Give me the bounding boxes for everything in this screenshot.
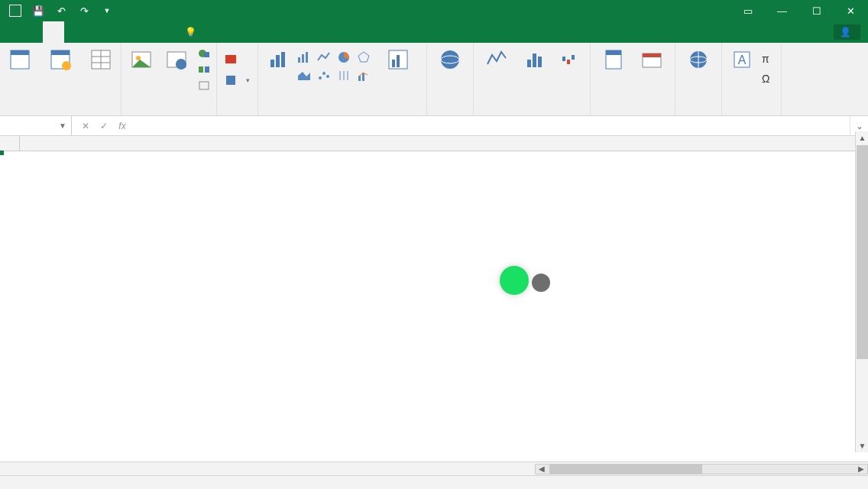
tutorial-step-badge [532,274,550,292]
svg-rect-3 [11,50,29,55]
svg-rect-5 [51,50,70,55]
svg-rect-44 [527,60,531,67]
svg-rect-48 [567,60,570,64]
chart-stock-icon[interactable] [335,67,353,84]
group-label-filters [595,112,670,114]
chart-scatter-icon[interactable] [315,67,333,84]
screenshot-icon[interactable] [196,78,212,93]
svg-rect-26 [302,54,304,63]
bulb-icon: 💡 [185,27,196,37]
svg-text:A: A [738,53,747,66]
sparkline-bar-button[interactable] [517,46,553,76]
tab-file[interactable] [0,21,21,43]
name-box[interactable]: ▼ [0,116,72,135]
svg-marker-29 [358,52,369,62]
horizontal-scroll-row: ◀ ▶ [0,461,868,475]
svg-rect-22 [270,60,274,67]
symbol-button[interactable]: Ω [759,70,776,87]
chart-pie-icon[interactable] [335,49,353,66]
horizontal-scrollbar[interactable]: ◀ ▶ [535,464,868,474]
qat-dropdown-icon[interactable]: ▼ [96,2,118,20]
svg-rect-18 [205,66,209,73]
tell-me[interactable]: 💡 [171,21,201,43]
chart-radar-icon[interactable] [355,49,373,66]
svg-rect-20 [225,55,236,63]
status-bar [0,475,868,489]
svg-rect-1 [10,5,21,16]
ribbon-tabs: 💡 👤 [0,21,868,43]
3d-map-button[interactable] [432,46,468,76]
svg-rect-16 [204,52,209,57]
minimize-icon[interactable]: — [765,0,799,21]
online-picture-button[interactable] [158,46,195,76]
tab-layout[interactable] [64,21,86,43]
text-button[interactable]: A [727,46,757,76]
sparkline-winloss-button[interactable] [555,46,585,76]
chart-combo-icon[interactable] [355,67,373,84]
my-addins-button[interactable]: ▾ [222,72,253,89]
ribbon: ▾ [0,43,868,116]
svg-rect-53 [643,53,661,57]
picture-button[interactable] [126,46,157,76]
svg-rect-49 [572,55,575,60]
timeline-button[interactable] [633,46,670,76]
group-label-symbols [727,112,776,114]
table-button[interactable] [86,46,116,76]
pivot-table-button[interactable] [5,46,35,76]
equation-button[interactable]: π [759,50,776,67]
group-label-charts [263,112,422,114]
svg-rect-47 [562,57,565,61]
shapes-icon[interactable] [196,46,212,61]
slicer-button[interactable] [595,46,632,76]
group-label-links [680,112,717,114]
sparkline-line-button[interactable] [478,46,515,76]
formula-input[interactable] [136,116,850,135]
hyperlink-button[interactable] [680,46,717,76]
formula-bar: ▼ ✕ ✓ fx ⌄ [0,116,868,136]
smartart-icon[interactable] [196,62,212,77]
tab-data[interactable] [107,21,128,43]
svg-point-6 [62,61,71,70]
active-cell-outline [0,151,3,154]
tab-home[interactable] [21,21,43,43]
svg-rect-40 [392,60,395,67]
app-store-button[interactable] [222,50,253,67]
cancel-icon[interactable]: ✕ [78,121,93,131]
group-label-tours [432,112,468,114]
recommended-charts-button[interactable] [263,46,293,76]
ribbon-display-icon[interactable]: ▭ [730,0,765,21]
tab-formula[interactable] [86,21,107,43]
svg-rect-24 [281,52,285,67]
close-icon[interactable]: ✕ [834,0,868,21]
tab-view[interactable] [150,21,171,43]
tutorial-cursor [500,266,529,295]
share-button[interactable]: 👤 [834,24,860,40]
excel-icon [5,2,26,20]
svg-rect-38 [362,73,364,81]
recommended-pivot-button[interactable] [37,46,84,76]
group-label-sparklines [478,112,585,114]
chart-area-icon[interactable] [295,67,313,84]
svg-rect-45 [533,53,536,67]
enter-icon[interactable]: ✓ [96,121,112,131]
svg-rect-21 [226,76,235,85]
fx-icon[interactable]: fx [115,121,130,131]
tab-review[interactable] [128,21,150,43]
title-bar: 💾 ↶ ↷ ▼ ▭ — ☐ ✕ [0,0,868,21]
group-label-addins [222,112,253,114]
maximize-icon[interactable]: ☐ [799,0,834,21]
select-all-corner[interactable] [0,136,20,151]
tab-insert[interactable] [43,21,64,43]
svg-rect-25 [298,57,300,63]
chart-line-icon[interactable] [315,49,333,66]
svg-marker-30 [298,72,310,80]
chart-bar-icon[interactable] [295,49,313,66]
save-icon[interactable]: 💾 [28,2,49,20]
undo-icon[interactable]: ↶ [50,2,72,20]
svg-rect-27 [306,52,308,63]
redo-icon[interactable]: ↷ [73,2,95,20]
worksheet[interactable] [0,136,868,461]
person-icon: 👤 [840,27,851,37]
pivot-chart-button[interactable] [374,46,422,76]
vertical-scrollbar[interactable]: ▲ ▼ [855,131,868,452]
